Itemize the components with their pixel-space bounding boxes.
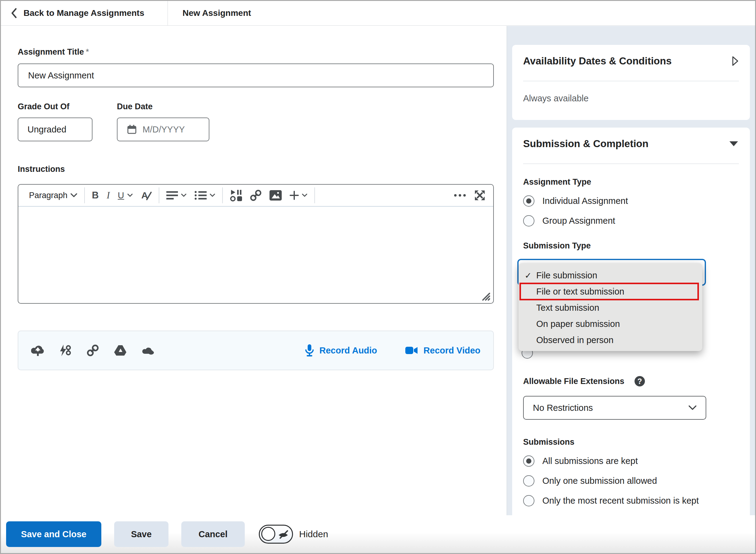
page-header: Back to Manage Assignments New Assignmen… [1,1,755,25]
image-icon [270,190,282,201]
submission-completion-title: Submission & Completion [523,138,649,150]
menu-option-file-or-text-submission[interactable]: File or text submission [519,284,702,300]
chevron-left-icon [11,8,17,18]
italic-button[interactable]: I [103,187,114,204]
align-icon [166,191,178,200]
instructions-text-area[interactable] [18,207,493,303]
attachments-toolbar: Record Audio Record Video [18,331,494,370]
triangle-right-icon [731,56,739,66]
underline-dropdown[interactable]: U [114,187,137,204]
radio-unselected-icon [523,215,534,226]
new-assignment-page: Back to Manage Assignments New Assignmen… [0,0,756,554]
radio-selected-icon [523,455,534,467]
upload-file-button[interactable] [31,344,45,357]
availability-dates-header[interactable]: Availability Dates & Conditions [523,55,739,67]
instructions-label: Instructions [18,165,494,174]
menu-option-text-submission[interactable]: Text submission [519,300,702,316]
chevron-down-icon [210,193,215,197]
radio-unselected-icon [523,495,534,506]
toggle-knob [261,527,275,541]
menu-option-on-paper-submission[interactable]: On paper submission [519,316,702,332]
assignment-form: Assignment Title* Grade Out Of Ungraded … [1,26,507,553]
individual-assignment-radio[interactable]: Individual Assignment [523,196,739,207]
card-divider [523,81,739,81]
fullscreen-icon [474,189,485,201]
record-video-button[interactable]: Record Video [405,345,480,355]
visibility-toggle[interactable] [259,525,293,544]
group-assignment-radio[interactable]: Group Assignment [523,215,739,226]
bold-button[interactable]: B [88,187,103,204]
editor-toolbar: Paragraph B I U A [18,185,493,207]
due-date-label: Due Date [117,102,210,111]
upload-cloud-icon [31,344,45,357]
save-and-close-button[interactable]: Save and Close [6,521,101,547]
insert-stuff-button[interactable] [226,187,246,204]
plus-icon [290,191,299,200]
availability-dates-card: Availability Dates & Conditions Always a… [512,45,750,120]
toolbar-separator [314,187,315,203]
back-link-label: Back to Manage Assignments [23,8,144,18]
availability-status: Always available [523,94,739,104]
insert-image-button[interactable] [266,187,286,204]
onedrive-cloud-icon [141,345,155,355]
assignment-type-label: Assignment Type [523,177,739,187]
radio-unselected-icon [523,475,534,487]
back-to-manage-assignments-link[interactable]: Back to Manage Assignments [1,1,168,25]
menu-option-observed-in-person[interactable]: Observed in person [519,332,702,348]
toolbar-separator [159,187,159,203]
quicklink-bolt-icon [59,344,72,357]
more-actions-button[interactable] [450,187,470,204]
card-divider [523,164,739,164]
only-one-submission-radio[interactable]: Only one submission allowed [523,475,739,487]
list-dropdown[interactable] [190,187,219,204]
onedrive-button[interactable] [141,344,155,357]
submission-completion-header[interactable]: Submission & Completion [523,138,739,150]
link-icon [87,344,99,356]
svg-text:?: ? [637,377,642,386]
all-submissions-kept-radio[interactable]: All submissions are kept [523,455,739,467]
google-drive-button[interactable] [114,344,127,357]
assignment-title-label: Assignment Title* [18,47,494,57]
insert-link-button[interactable] [246,187,266,204]
cancel-button[interactable]: Cancel [181,521,245,547]
chevron-down-icon [689,405,696,410]
alignment-dropdown[interactable] [162,187,190,204]
toolbar-separator [84,187,85,203]
paragraph-format-dropdown[interactable]: Paragraph [25,187,81,204]
attach-link-button[interactable] [86,344,100,357]
due-date-field: Due Date M/D/YYYY [117,102,210,141]
save-button[interactable]: Save [114,521,169,547]
grade-out-of-field: Grade Out Of Ungraded [18,102,93,141]
allowable-file-extensions-label: Allowable File Extensions [523,377,625,386]
insert-stuff-icon [230,189,242,202]
chevron-down-icon [127,193,133,197]
most-recent-submission-radio[interactable]: Only the most recent submission is kept [523,495,739,506]
chevron-down-icon [70,193,77,198]
triangle-down-icon [729,140,739,148]
link-icon [250,189,261,201]
quicklink-button[interactable] [59,344,72,357]
file-extensions-select[interactable]: No Restrictions [523,396,706,420]
grade-out-of-label: Grade Out Of [18,102,93,111]
chevron-down-icon [302,193,307,197]
chevron-down-icon [181,193,186,197]
video-camera-icon [405,346,418,355]
resize-handle-icon[interactable] [481,291,490,301]
fullscreen-button[interactable] [470,187,489,204]
microphone-icon [305,344,314,357]
eye-slash-icon [278,529,289,540]
menu-option-file-submission[interactable]: ✓ File submission [519,267,702,284]
checkmark-icon: ✓ [525,271,536,280]
record-audio-button[interactable]: Record Audio [305,344,377,357]
font-color-icon: A [141,190,152,201]
submission-type-menu: ✓ File submission File or text submissio… [519,263,702,351]
help-icon[interactable]: ? [634,375,646,387]
grade-out-of-button[interactable]: Ungraded [18,117,93,141]
assignment-title-input[interactable] [18,63,494,87]
google-drive-icon [114,344,127,356]
submission-type-label: Submission Type [523,241,739,251]
due-date-input[interactable]: M/D/YYYY [117,117,210,141]
action-bar: Save and Close Save Cancel Hidden [1,515,755,553]
font-color-button[interactable]: A [137,187,156,204]
insert-more-dropdown[interactable] [286,187,311,204]
